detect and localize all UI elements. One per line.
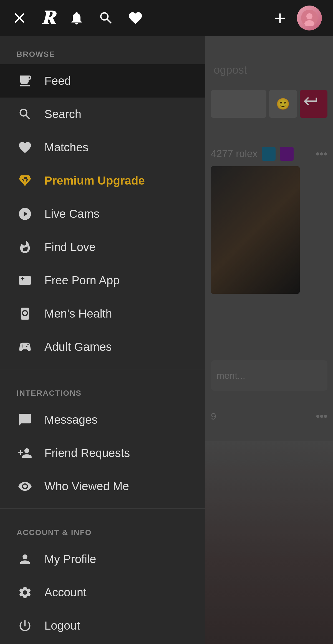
matches-label: Matches <box>44 141 89 154</box>
divider-2 <box>0 508 205 509</box>
sidebar-item-account[interactable]: Account <box>0 576 205 609</box>
adultgames-label: Adult Games <box>44 340 112 354</box>
bg-send-button <box>300 90 327 118</box>
bg-emoji-button: 🙂 <box>269 90 297 118</box>
bg-comment-placeholder: ment... <box>216 370 245 381</box>
sidebar-item-logout[interactable]: Logout <box>0 609 205 642</box>
bg-text-input <box>211 90 266 118</box>
section-browse-label: BROWSE <box>0 36 205 64</box>
sidebar-item-pornapp[interactable]: Free Porn App <box>0 264 205 297</box>
bg-post2-user: 9 <box>211 411 216 422</box>
main-area: BROWSE Feed Search <box>0 36 333 644</box>
bg-post-header: 4277 rolex ••• <box>211 147 327 161</box>
video-cam-icon <box>17 206 33 222</box>
chat-icon <box>17 412 33 428</box>
logout-label: Logout <box>44 619 80 632</box>
right-content-area: ogpost 🙂 4277 rolex ••• <box>205 36 333 644</box>
search-top-button[interactable] <box>98 10 114 26</box>
person-add-icon <box>17 445 33 461</box>
top-bar-left: 𝐑 <box>11 7 143 29</box>
svg-point-1 <box>306 13 312 19</box>
sidebar-item-feed[interactable]: Feed <box>0 64 205 98</box>
health-icon <box>17 305 33 322</box>
top-bar-right: + <box>274 6 322 30</box>
heart-icon <box>17 139 33 156</box>
friendrequests-label: Friend Requests <box>44 446 130 460</box>
whoviewedme-label: Who Viewed Me <box>44 480 129 493</box>
fire-icon <box>17 239 33 255</box>
premium-label: Premium Upgrade <box>44 174 145 187</box>
sidebar-item-search[interactable]: Search <box>0 98 205 131</box>
bg-post-image <box>211 166 300 294</box>
diamond-icon <box>17 172 33 189</box>
bg-input-area: 🙂 <box>205 86 333 122</box>
bg-more-options: ••• <box>316 148 327 160</box>
eye-icon <box>17 478 33 495</box>
menshealth-label: Men's Health <box>44 307 112 320</box>
bg-post2-image <box>205 441 333 644</box>
feed-label: Feed <box>44 74 71 88</box>
sidebar-item-messages[interactable]: Messages <box>0 403 205 436</box>
sidebar-item-myprofile[interactable]: My Profile <box>0 543 205 576</box>
bg-comment-section: ment... <box>205 355 333 396</box>
bg-badge-2 <box>280 147 294 161</box>
close-button[interactable] <box>11 10 28 26</box>
search-icon <box>17 106 33 122</box>
newspaper-icon <box>17 73 33 89</box>
bg-comment-input: ment... <box>211 360 327 391</box>
sidebar-item-friendrequests[interactable]: Friend Requests <box>0 436 205 470</box>
top-bar: 𝐑 + <box>0 0 333 36</box>
person-icon <box>17 551 33 568</box>
power-icon <box>17 617 33 634</box>
gamepad-icon <box>17 339 33 355</box>
logo-icon: 𝐑 <box>42 7 55 29</box>
bg-blogpost-text: ogpost <box>214 64 247 76</box>
pornapp-label: Free Porn App <box>44 274 120 287</box>
sidebar-item-livecams[interactable]: Live Cams <box>0 197 205 231</box>
gear-icon <box>17 584 33 601</box>
bg-post2-more-options: ••• <box>316 410 327 423</box>
search-label: Search <box>44 108 81 121</box>
bg-post-area: 4277 rolex ••• <box>205 141 333 299</box>
add-button[interactable]: + <box>274 7 286 29</box>
section-interactions-label: INTERACTIONS <box>0 375 205 403</box>
sidebar-item-premium[interactable]: Premium Upgrade <box>0 164 205 197</box>
sidebar-item-findlove[interactable]: Find Love <box>0 231 205 264</box>
sidebar-item-menshealth[interactable]: Men's Health <box>0 297 205 330</box>
livecams-label: Live Cams <box>44 207 99 221</box>
findlove-label: Find Love <box>44 241 95 254</box>
bg-username: 4277 rolex <box>211 148 258 160</box>
section-account-label: ACCOUNT & INFO <box>0 514 205 543</box>
divider-1 <box>0 369 205 369</box>
avatar[interactable] <box>297 6 322 30</box>
myprofile-label: My Profile <box>44 553 96 566</box>
notifications-button[interactable] <box>69 10 84 26</box>
sidebar-item-adultgames[interactable]: Adult Games <box>0 330 205 364</box>
likes-button[interactable] <box>128 10 143 26</box>
bg-post2-header: 9 ••• <box>205 405 333 428</box>
bg-badge-1 <box>262 147 276 161</box>
account-label: Account <box>44 586 87 599</box>
messages-label: Messages <box>44 413 97 426</box>
sidebar-item-matches[interactable]: Matches <box>0 131 205 164</box>
sidebar-item-whoviewedme[interactable]: Who Viewed Me <box>0 470 205 503</box>
sidebar: BROWSE Feed Search <box>0 36 205 644</box>
controller-icon <box>17 272 33 289</box>
